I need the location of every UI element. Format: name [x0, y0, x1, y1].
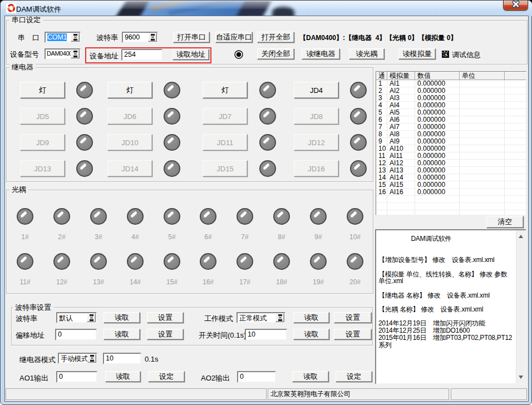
offset-input[interactable]: 0 [55, 329, 97, 340]
info-text: DAM调试软件 【增加设备型号】 修改 设备表.xml.xml 【模拟量 单位、… [378, 235, 513, 348]
relay-led-3 [259, 82, 276, 98]
ao2-set-button[interactable]: 设定 [336, 371, 372, 382]
table-cell: 10 [376, 145, 387, 152]
ao2-label: AO2输出 [201, 373, 230, 383]
table-cell: AI4 [387, 102, 415, 109]
baud-combo-dropdown-icon[interactable] [148, 33, 157, 42]
table-row: 15 AI15 0.000000 [376, 181, 526, 189]
relay-button-15[interactable]: JD15 [203, 160, 248, 177]
table-cell: AI11 [387, 152, 415, 160]
relay-button-6[interactable]: JD6 [107, 108, 152, 125]
relay-button-10[interactable]: JD10 [107, 134, 152, 151]
relay-button-3[interactable]: 灯 [203, 82, 248, 98]
close-button[interactable] [503, 1, 528, 11]
relay-led-7 [259, 108, 276, 125]
serial-port-combo[interactable]: COM1 [45, 32, 81, 43]
baud-set-combo-dropdown-icon[interactable] [87, 313, 96, 322]
relay-mode-time-input[interactable]: 10 [103, 353, 141, 364]
baud-read-button[interactable]: 读取 [104, 312, 140, 323]
open-serial-button[interactable]: 打开串口 [173, 32, 210, 43]
open-serial-button-label: 打开串口 [177, 32, 206, 42]
relay-button-4[interactable]: JD4 [294, 82, 339, 98]
ao2-input[interactable]: 0 [237, 371, 276, 383]
switchtime-read-button[interactable]: 读取 [293, 329, 329, 340]
read-addr-button[interactable]: 读取地址 [173, 49, 209, 60]
table-cell [505, 210, 526, 215]
workmode-read-button[interactable]: 读取 [293, 312, 329, 323]
debug-info-icon [442, 50, 449, 57]
clear-button[interactable]: 清空 [486, 216, 524, 228]
work-mode-combo-dropdown-icon[interactable] [275, 313, 284, 322]
table-cell: 9 [376, 138, 387, 145]
relay-button-1[interactable]: 灯 [20, 82, 65, 98]
close-all-button[interactable]: 关闭全部 [257, 48, 294, 60]
relay-button-13[interactable]: JD13 [20, 160, 65, 177]
open-all-button[interactable]: 打开全部 [257, 32, 294, 43]
relay-led-8 [350, 108, 367, 125]
relay-button-7[interactable]: JD7 [203, 108, 248, 125]
ao1-input[interactable]: 0 [56, 371, 97, 383]
relay-mode-combo[interactable]: 手动模式 [58, 353, 97, 364]
work-mode-combo[interactable]: 正常模式 [237, 312, 285, 323]
model-combo-dropdown-icon[interactable] [71, 50, 80, 58]
analog-table[interactable]: 通 模拟量 数值 单位 1 AI1 0.000000 2 AI2 0.00000… [376, 71, 526, 215]
ao1-set-button[interactable]: 设定 [148, 371, 185, 382]
opto-led-label: 11# [11, 278, 39, 286]
offset-set-button[interactable]: 设置 [147, 329, 184, 340]
table-cell [505, 145, 526, 152]
table-cell [505, 138, 526, 145]
offset-read-button[interactable]: 读取 [104, 329, 140, 340]
opto-led-13 [90, 253, 107, 270]
table-cell: 11 [376, 152, 387, 160]
switchtime-set-button[interactable]: 设置 [334, 329, 372, 340]
relay-button-9-label: JD9 [36, 139, 49, 147]
info-scrollbar[interactable] [516, 230, 525, 383]
info-textarea[interactable]: DAM调试软件 【增加设备型号】 修改 设备表.xml.xml 【模拟量 单位、… [375, 229, 526, 384]
baud-combo[interactable]: 9600 [122, 32, 158, 43]
ao1-read-button[interactable]: 读取 [105, 371, 141, 382]
relay-button-9[interactable]: JD9 [20, 134, 65, 151]
table-cell [387, 196, 415, 203]
baud-set-button[interactable]: 设置 [147, 312, 184, 323]
relay-button-11[interactable]: JD11 [203, 134, 248, 151]
table-cell [376, 203, 387, 210]
table-cell: AI6 [387, 116, 415, 124]
baud-set-combo[interactable]: 默认 [56, 312, 97, 323]
relay-button-5[interactable]: JD5 [20, 108, 65, 125]
table-cell: 0.000000 [415, 174, 460, 181]
addr-input[interactable]: 254 [121, 49, 162, 61]
relay-button-2[interactable]: 灯 [107, 82, 152, 98]
scroll-down-icon[interactable] [519, 376, 523, 379]
auto-serial-button[interactable]: 自适应串口 [215, 32, 253, 43]
relay-mode-combo-dropdown-icon[interactable] [87, 354, 96, 363]
table-cell [415, 203, 460, 210]
table-row: 16 AI16 0.000000 [376, 189, 526, 196]
relay-led-11 [259, 134, 276, 151]
table-cell: AI8 [387, 131, 415, 138]
relay-button-8[interactable]: JD8 [294, 108, 339, 125]
relay-button-16[interactable]: JD16 [294, 160, 339, 177]
serial-port-label: 串 口 [18, 33, 40, 43]
switch-time-input[interactable]: 10 [245, 329, 287, 340]
relay-button-11-label: JD11 [217, 139, 233, 147]
relay-button-14[interactable]: JD14 [107, 160, 152, 177]
serial-group-label: 串口设定 [9, 16, 43, 24]
model-combo[interactable]: DAM0400 [45, 48, 81, 60]
ao2-read-button[interactable]: 读取 [292, 371, 329, 382]
table-cell [505, 80, 526, 87]
table-cell: 0.000000 [415, 124, 460, 131]
workmode-set-button[interactable]: 设置 [334, 312, 372, 323]
read-relay-button[interactable]: 读继电器 [302, 48, 340, 60]
read-analog-button[interactable]: 读模拟量 [398, 48, 436, 60]
app-window: DAM调试软件 串口设定 串 口 COM1 波特率 9600 打开串口 自适应串… [0, 0, 532, 405]
opto-led-label: 6# [194, 233, 222, 241]
read-opto-button[interactable]: 读光耦 [349, 48, 385, 60]
relay-button-12[interactable]: JD12 [294, 134, 339, 151]
table-cell: 15 [376, 181, 387, 189]
opto-led-label: 15# [158, 278, 186, 286]
serial-port-combo-dropdown-icon[interactable] [71, 33, 80, 42]
table-cell [460, 189, 505, 196]
scroll-up-icon[interactable] [519, 235, 523, 238]
title-bar[interactable]: DAM调试软件 [1, 1, 532, 16]
debug-info-label[interactable]: 调试信息 [452, 50, 481, 60]
